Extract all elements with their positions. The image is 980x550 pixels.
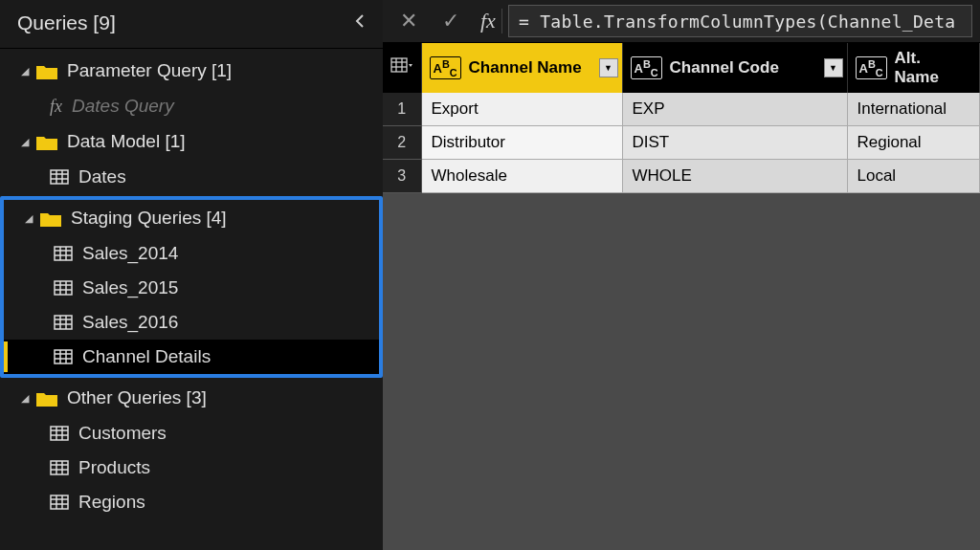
row-number: 2 [383, 126, 421, 160]
column-header-alt-name[interactable]: ABC Alt. Name [847, 43, 980, 93]
item-label: Regions [78, 492, 145, 513]
column-filter-dropdown[interactable]: ▼ [599, 58, 618, 77]
svg-rect-15 [55, 316, 72, 329]
item-label: Channel Details [82, 346, 211, 367]
group-header-staging-queries[interactable]: ◢ Staging Queries [4] [4, 200, 379, 236]
fx-icon: fx [50, 97, 62, 117]
group-header-parameter-query[interactable]: ◢ Parameter Query [1] [0, 53, 383, 89]
svg-rect-0 [51, 170, 68, 184]
cell[interactable]: Wholesale [421, 160, 622, 193]
table-icon [54, 246, 73, 261]
column-header-channel-code[interactable]: ABC Channel Code ▼ [622, 43, 847, 93]
column-name: Channel Code [670, 58, 779, 77]
group-header-data-model[interactable]: ◢ Data Model [1] [0, 123, 383, 160]
confirm-formula-button[interactable]: ✓ [433, 6, 469, 36]
cell[interactable]: Local [847, 160, 980, 193]
tree-item-dates[interactable]: Dates [0, 160, 383, 194]
formula-bar: ✕ ✓ fx [383, 0, 980, 43]
group-label: Parameter Query [1] [67, 60, 232, 81]
table-icon [54, 315, 73, 330]
text-type-icon: ABC [430, 56, 461, 80]
tree-item-sales-2016[interactable]: Sales_2016 [4, 305, 379, 340]
table-row[interactable]: 2 Distributor DIST Regional [383, 126, 980, 160]
formula-input[interactable] [508, 5, 972, 37]
table-row[interactable]: 1 Export EXP International [383, 93, 980, 126]
svg-rect-40 [391, 58, 407, 72]
table-icon [54, 280, 73, 296]
folder-icon [36, 63, 57, 78]
sidebar-title: Queries [9] [17, 11, 116, 34]
item-label: Sales_2015 [82, 277, 178, 298]
collapse-sidebar-icon[interactable] [354, 13, 366, 33]
svg-rect-10 [55, 281, 72, 295]
folder-icon [36, 390, 57, 406]
selection-indicator [4, 341, 8, 372]
group-label: Other Queries [3] [67, 387, 207, 408]
data-table-container: ABC Channel Name ▼ ABC Channel Code ▼ [383, 43, 980, 193]
folder-icon [36, 134, 57, 149]
data-table: ABC Channel Name ▼ ABC Channel Code ▼ [383, 43, 980, 193]
queries-sidebar: Queries [9] ◢ Parameter Query [1] fx Dat… [0, 0, 383, 550]
tree-group-other-queries: ◢ Other Queries [3] Customers Products [0, 380, 383, 519]
text-type-icon: ABC [631, 56, 662, 80]
column-filter-dropdown[interactable]: ▼ [824, 58, 843, 77]
item-label: Dates Query [72, 96, 174, 117]
cell[interactable]: International [847, 93, 980, 126]
svg-rect-35 [51, 495, 68, 509]
staging-queries-highlight: ◢ Staging Queries [4] Sales_2014 [0, 196, 383, 378]
tree-item-sales-2014[interactable]: Sales_2014 [4, 236, 379, 271]
tree-item-channel-details[interactable]: Channel Details [4, 340, 379, 374]
table-icon [50, 495, 69, 510]
column-name: Channel Name [469, 58, 582, 77]
item-label: Sales_2016 [82, 312, 178, 333]
tree-item-regions[interactable]: Regions [0, 485, 383, 519]
table-corner-menu[interactable] [383, 43, 421, 93]
group-header-other-queries[interactable]: ◢ Other Queries [3] [0, 380, 383, 416]
item-label: Customers [78, 423, 167, 444]
svg-rect-20 [55, 350, 72, 363]
table-row[interactable]: 3 Wholesale WHOLE Local [383, 160, 980, 193]
tree-item-dates-query[interactable]: fx Dates Query [0, 89, 383, 123]
svg-rect-5 [55, 247, 72, 260]
tree-group-staging-queries: ◢ Staging Queries [4] Sales_2014 [4, 200, 379, 374]
cell[interactable]: Export [421, 93, 622, 126]
fx-label[interactable]: fx [475, 9, 502, 33]
item-label: Sales_2014 [82, 243, 178, 264]
item-label: Products [78, 457, 150, 478]
cell[interactable]: WHOLE [622, 160, 847, 193]
sidebar-header: Queries [9] [0, 0, 383, 49]
table-icon [54, 349, 73, 364]
item-label: Dates [78, 166, 126, 187]
svg-rect-30 [51, 461, 68, 474]
cancel-formula-button[interactable]: ✕ [390, 6, 427, 36]
tree-item-products[interactable]: Products [0, 451, 383, 485]
cell[interactable]: DIST [622, 126, 847, 160]
table-icon [50, 169, 69, 185]
row-number: 1 [383, 93, 421, 126]
cell[interactable]: Distributor [421, 126, 622, 160]
svg-rect-25 [51, 427, 68, 440]
tree-group-data-model: ◢ Data Model [1] Dates [0, 123, 383, 194]
group-label: Data Model [1] [67, 131, 186, 152]
cell[interactable]: Regional [847, 126, 980, 160]
table-icon [50, 426, 69, 441]
column-header-channel-name[interactable]: ABC Channel Name ▼ [421, 43, 622, 93]
tree-group-parameter-query: ◢ Parameter Query [1] fx Dates Query [0, 53, 383, 123]
text-type-icon: ABC [856, 56, 887, 80]
cell[interactable]: EXP [622, 93, 847, 126]
folder-icon [40, 210, 61, 226]
queries-tree: ◢ Parameter Query [1] fx Dates Query ◢ D… [0, 49, 383, 519]
main-panel: ✕ ✓ fx ABC Channel Name [383, 0, 980, 550]
expand-arrow-icon: ◢ [21, 65, 31, 77]
column-name: Alt. Name [895, 49, 947, 87]
row-number: 3 [383, 160, 421, 193]
table-icon [50, 460, 69, 475]
expand-arrow-icon: ◢ [21, 392, 31, 405]
tree-item-sales-2015[interactable]: Sales_2015 [4, 271, 379, 305]
expand-arrow-icon: ◢ [25, 212, 34, 225]
group-label: Staging Queries [4] [71, 208, 227, 229]
expand-arrow-icon: ◢ [21, 136, 31, 148]
tree-item-customers[interactable]: Customers [0, 416, 383, 451]
